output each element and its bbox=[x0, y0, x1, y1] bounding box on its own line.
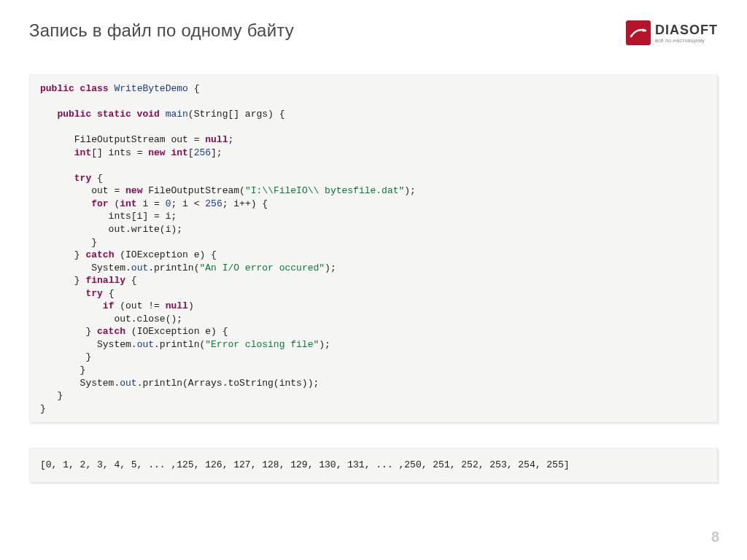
logo: DIASOFT всё по-настоящему bbox=[626, 20, 718, 45]
page-number: 8 bbox=[711, 529, 719, 545]
logo-icon bbox=[626, 20, 651, 45]
logo-brand-text: DIASOFT bbox=[655, 23, 718, 36]
code-block: public class WriteByteDemo { public stat… bbox=[29, 74, 718, 423]
output-block: [0, 1, 2, 3, 4, 5, ... ,125, 126, 127, 1… bbox=[29, 448, 718, 483]
logo-tagline: всё по-настоящему bbox=[655, 38, 718, 43]
page-title: Запись в файл по одному байту bbox=[29, 20, 294, 41]
